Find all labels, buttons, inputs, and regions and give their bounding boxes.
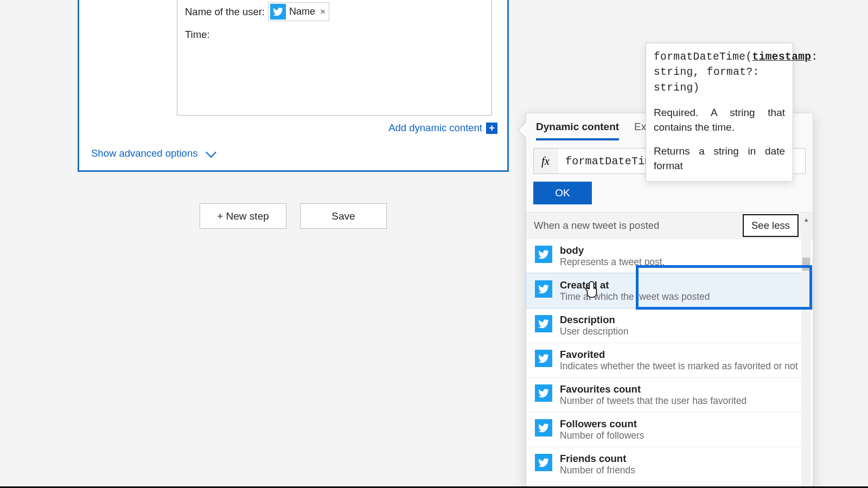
name-token[interactable]: Name × (268, 2, 329, 21)
name-token-label: Name (289, 6, 315, 17)
close-icon[interactable]: × (320, 7, 326, 17)
item-name: Created at (560, 279, 710, 291)
tooltip-required: Required. A string that contains the tim… (654, 105, 785, 135)
twitter-icon (535, 419, 552, 436)
scrollbar[interactable]: ▴ ▾ (801, 214, 811, 488)
list-item-created-at[interactable]: Created at Time at which the tweet was p… (526, 273, 813, 308)
tab-dynamic-content[interactable]: Dynamic content (536, 121, 619, 140)
see-less-button[interactable]: See less (743, 214, 799, 237)
scroll-thumb[interactable] (802, 258, 810, 271)
twitter-icon (535, 246, 552, 263)
item-name: Description (560, 314, 628, 326)
item-desc: Represents a tweet post. (560, 256, 665, 268)
time-label: Time: (185, 29, 484, 41)
twitter-icon (535, 350, 552, 367)
tooltip-returns: Returns a string in date format (654, 144, 785, 174)
list-item-description[interactable]: Description User description (526, 308, 813, 343)
section-header: When a new tweet is posted See less (526, 212, 813, 239)
list-item-favourites-count[interactable]: Favourites count Number of tweets that t… (526, 377, 813, 412)
dynamic-content-list: body Represents a tweet post. Created at… (526, 239, 813, 488)
new-step-button[interactable]: + New step (200, 203, 286, 229)
add-dynamic-content-label: Add dynamic content (388, 122, 482, 134)
item-name: Favourites count (560, 383, 746, 395)
show-advanced-options-link[interactable]: Show advanced options (91, 147, 218, 159)
list-item-friends-count[interactable]: Friends count Number of friends (526, 447, 813, 481)
twitter-icon (535, 384, 552, 402)
item-desc: Indicates whether the tweet is marked as… (560, 361, 798, 372)
item-name: Friends count (560, 453, 635, 465)
item-name: body (560, 245, 665, 256)
item-desc: Number of tweets that the user has favor… (560, 395, 746, 407)
fx-icon: fx (534, 149, 558, 174)
item-desc: Number of followers (560, 430, 644, 441)
user-label: Name of the user: (185, 6, 265, 18)
user-row: Name of the user: Name × (185, 2, 484, 21)
save-button[interactable]: Save (300, 203, 387, 229)
popover-beak (519, 123, 526, 138)
item-desc: User description (560, 326, 628, 337)
twitter-icon (535, 315, 552, 332)
section-title: When a new tweet is posted (534, 220, 659, 231)
chevron-down-icon (207, 148, 218, 159)
list-item-favorited[interactable]: Favorited Indicates whether the tweet is… (526, 343, 813, 377)
list-item-followers-count[interactable]: Followers count Number of followers (526, 412, 813, 447)
signature-text: formatDateTime(timestamp: string, format… (654, 49, 785, 95)
twitter-icon (270, 4, 286, 20)
twitter-icon (535, 454, 552, 471)
ok-button[interactable]: OK (533, 182, 592, 204)
item-desc: Time at which the tweet was posted (560, 291, 710, 303)
action-card: Name of the user: Name × Time: Add dynam… (78, 0, 509, 172)
show-advanced-label: Show advanced options (91, 147, 197, 159)
add-dynamic-content-link[interactable]: Add dynamic content + (388, 122, 497, 134)
twitter-icon (535, 280, 552, 298)
item-name: Favorited (560, 349, 798, 361)
plus-icon: + (486, 123, 497, 134)
item-name: Followers count (560, 418, 644, 430)
scroll-up-icon[interactable]: ▴ (801, 214, 811, 224)
card-body-textarea[interactable]: Name of the user: Name × Time: (177, 0, 492, 115)
item-desc: Number of friends (560, 465, 635, 476)
signature-tooltip: formatDateTime(timestamp: string, format… (646, 43, 793, 182)
list-item-body[interactable]: body Represents a tweet post. (526, 239, 813, 273)
